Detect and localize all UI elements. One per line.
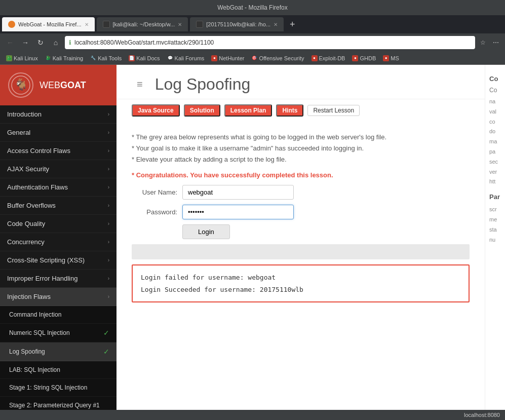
bookmark-ghdb[interactable]: ● GHDB bbox=[349, 54, 379, 62]
bookmark-kali-tools[interactable]: 🔧 Kali Tools bbox=[87, 54, 125, 62]
sidebar-item-ajax-security[interactable]: AJAX Security › bbox=[0, 160, 116, 178]
kali-linux-icon: 🐉 bbox=[6, 55, 12, 61]
chevron-icon-authentication-flaws: › bbox=[108, 184, 109, 190]
brand-goat: GOAT bbox=[60, 80, 86, 90]
forward-button[interactable]: → bbox=[19, 36, 31, 49]
rp-par-4: nu bbox=[489, 235, 501, 245]
bookmark-ms[interactable]: ● MS bbox=[380, 54, 402, 62]
sidebar-sub-lab-sql[interactable]: LAB: SQL Injection bbox=[0, 361, 116, 379]
tab-label-3: [20175110wlb@kali: /ho... bbox=[206, 21, 270, 27]
rp-item-9: htt bbox=[489, 177, 501, 187]
url-bar[interactable]: ℹ localhost:8080/WebGoat/start.mvc#attac… bbox=[65, 36, 475, 49]
solution-button[interactable]: Solution bbox=[184, 104, 220, 117]
tab-bar: WebGoat - Mozilla Firef... ✕ [kali@kali:… bbox=[0, 15, 505, 33]
tab-close-1[interactable]: ✕ bbox=[85, 22, 89, 27]
bookmark-label-kali-docs: Kali Docs bbox=[136, 55, 160, 61]
sidebar-label-xss: Cross-Site Scripting (XSS) bbox=[7, 256, 85, 264]
hamburger-button[interactable]: ≡ bbox=[132, 79, 148, 90]
kali-docs-icon: 📄 bbox=[129, 55, 135, 61]
bookmark-exploit-db[interactable]: ● Exploit-DB bbox=[308, 54, 348, 62]
rp-par-3: sta bbox=[489, 225, 501, 235]
sidebar-sub-stage1-string[interactable]: Stage 1: String SQL Injection bbox=[0, 379, 116, 397]
sidebar-item-concurrency[interactable]: Concurrency › bbox=[0, 233, 116, 251]
bookmark-icon[interactable]: ☆ bbox=[478, 39, 488, 46]
sidebar-sub-command-injection[interactable]: Command Injection bbox=[0, 306, 116, 324]
bookmark-kali-training[interactable]: 🐉 Kali Training bbox=[42, 54, 87, 62]
chevron-icon-buffer-overflows: › bbox=[108, 203, 109, 208]
bookmark-kali-forums[interactable]: 💬 Kali Forums bbox=[164, 54, 208, 62]
success-message: * Congratulations. You have successfully… bbox=[132, 171, 470, 179]
status-url: localhost:8080 bbox=[464, 412, 500, 418]
menu-icon[interactable]: ⋯ bbox=[491, 39, 501, 46]
rp-item-7: sec bbox=[489, 157, 501, 167]
log-line-2: Login Succeeded for username: 20175110wl… bbox=[141, 284, 460, 295]
log-output-box: Login failed for username: webgoat Login… bbox=[132, 264, 470, 302]
sidebar-sub-numeric-sql[interactable]: Numeric SQL Injection ✓ bbox=[0, 324, 116, 342]
desc-line-2: * Your goal is to make it like a usernam… bbox=[132, 143, 470, 154]
java-source-button[interactable]: Java Source bbox=[132, 104, 180, 117]
lock-icon: ℹ bbox=[69, 39, 71, 46]
sidebar-item-code-quality[interactable]: Code Quality › bbox=[0, 215, 116, 233]
sidebar-sub-stage2-param[interactable]: Stage 2: Parameterized Query #1 bbox=[0, 397, 116, 410]
chevron-icon-concurrency: › bbox=[108, 239, 109, 245]
password-input[interactable] bbox=[182, 205, 294, 219]
ms-icon: ● bbox=[383, 55, 389, 61]
sidebar-item-authentication-flaws[interactable]: Authentication Flaws › bbox=[0, 178, 116, 197]
sidebar-sub-label-stage1: Stage 1: String SQL Injection bbox=[9, 384, 87, 391]
restart-button[interactable]: Restart Lesson bbox=[307, 105, 360, 116]
firefox-icon bbox=[8, 21, 15, 28]
brand-web: WEB bbox=[40, 80, 60, 90]
sidebar-item-general[interactable]: General › bbox=[0, 124, 116, 142]
tab-label-1: WebGoat - Mozilla Firef... bbox=[18, 21, 82, 27]
right-panel-par-title: Par bbox=[489, 193, 501, 201]
rp-item-1: na bbox=[489, 97, 501, 107]
window-title: WebGoat - Mozilla Firefox bbox=[217, 4, 288, 11]
terminal-tab-2[interactable]: [20175110wlb@kali: /ho... ✕ bbox=[190, 17, 284, 31]
active-tab[interactable]: WebGoat - Mozilla Firef... ✕ bbox=[2, 17, 95, 31]
rp-item-4: do bbox=[489, 127, 501, 137]
username-input[interactable] bbox=[182, 185, 294, 200]
terminal-tab-1[interactable]: [kali@kali: ~/Desktop/w... ✕ bbox=[97, 17, 188, 31]
bookmark-nethunter[interactable]: ● NetHunter bbox=[208, 54, 247, 62]
new-tab-button[interactable]: + bbox=[286, 19, 299, 30]
sidebar-sub-log-spoofing[interactable]: Log Spoofing ✓ bbox=[0, 342, 116, 361]
tab-close-3[interactable]: ✕ bbox=[274, 22, 278, 27]
goat-logo-svg: 🐐 bbox=[11, 75, 31, 95]
chevron-icon-injection-flaws: › bbox=[108, 294, 109, 299]
reload-button[interactable]: ↻ bbox=[34, 36, 47, 49]
rp-par-1: scr bbox=[489, 205, 501, 215]
sidebar-sub-label-command-injection: Command Injection bbox=[9, 311, 61, 318]
sidebar-item-improper-error[interactable]: Improper Error Handling › bbox=[0, 270, 116, 288]
bookmark-kali-docs[interactable]: 📄 Kali Docs bbox=[126, 54, 163, 62]
sidebar-item-xss[interactable]: Cross-Site Scripting (XSS) › bbox=[0, 251, 116, 270]
sidebar-label-improper-error: Improper Error Handling bbox=[7, 275, 77, 282]
tab-close-2[interactable]: ✕ bbox=[178, 22, 182, 27]
bookmark-label-nethunter: NetHunter bbox=[219, 55, 244, 61]
rp-par-2: me bbox=[489, 215, 501, 225]
back-button[interactable]: ← bbox=[4, 36, 16, 49]
lesson-plan-button[interactable]: Lesson Plan bbox=[224, 104, 273, 117]
rp-item-3: co bbox=[489, 117, 501, 127]
bookmark-offensive-security[interactable]: 🎯 Offensive Security bbox=[248, 54, 307, 62]
status-bar: localhost:8080 bbox=[0, 410, 505, 420]
browser-content: 🐐 WEBGOAT Introduction › General › Ac bbox=[0, 65, 505, 410]
sidebar-item-injection-flaws[interactable]: Injection Flaws › bbox=[0, 288, 116, 306]
svg-text:🐐: 🐐 bbox=[14, 78, 28, 91]
sidebar-item-access-control[interactable]: Access Control Flaws › bbox=[0, 142, 116, 160]
log-output-empty bbox=[132, 244, 470, 259]
hints-button[interactable]: Hints bbox=[276, 104, 303, 117]
terminal-icon-2 bbox=[196, 21, 203, 28]
sidebar-label-code-quality: Code Quality bbox=[7, 220, 45, 227]
bookmark-label-exploit-db: Exploit-DB bbox=[319, 55, 345, 61]
bookmark-label-ghdb: GHDB bbox=[360, 55, 376, 61]
home-button[interactable]: ⌂ bbox=[50, 36, 62, 49]
sidebar-item-buffer-overflows[interactable]: Buffer Overflows › bbox=[0, 197, 116, 215]
bookmark-label-kali-training: Kali Training bbox=[53, 55, 84, 61]
toolbar: Java Source Solution Lesson Plan Hints R… bbox=[116, 99, 485, 122]
login-button[interactable]: Login bbox=[182, 224, 230, 239]
sidebar-item-introduction[interactable]: Introduction › bbox=[0, 105, 116, 124]
password-label: Password: bbox=[132, 208, 177, 216]
bookmark-kali-linux[interactable]: 🐉 Kali Linux bbox=[3, 54, 41, 62]
right-panel-par-items: scr me sta nu bbox=[489, 205, 501, 245]
page-title: Log Spoofing bbox=[155, 75, 251, 94]
